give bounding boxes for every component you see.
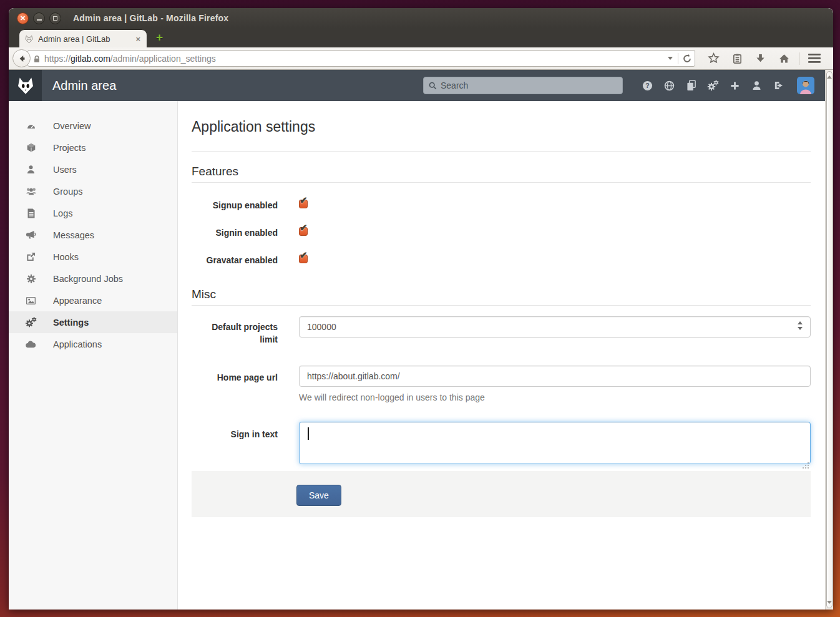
scroll-up-icon[interactable] [827,75,832,79]
sidebar-item-projects[interactable]: Projects [9,137,177,158]
tab-strip: Admin area | GitLab × + [9,28,833,47]
sidebar-item-background-jobs[interactable]: Background Jobs [9,268,177,289]
sidebar-item-label: Appearance [53,296,102,306]
section-title-misc: Misc [192,288,811,306]
form-row-gravatar-enabled: Gravatar enabled ✔ [192,254,811,281]
window-close-button[interactable]: ✕ [17,12,29,24]
back-arrow-icon [17,54,27,64]
avatar[interactable] [797,77,814,94]
toolbar-icons [701,52,827,65]
cogs-icon [9,317,53,328]
sidebar-item-logs[interactable]: Logs [9,202,177,224]
url-text[interactable]: https://gitlab.com/admin/application_set… [44,54,663,64]
dashboard-icon [9,121,53,131]
field-label: Home page url [192,366,278,402]
home-icon[interactable] [772,53,796,64]
gravatar-enabled-checkbox[interactable]: ✔ [299,255,308,263]
sign-in-text-textarea[interactable] [299,422,811,464]
divider [678,53,678,64]
browser-tab[interactable]: Admin area | GitLab × [19,29,147,47]
gitlab-logo-icon[interactable] [9,70,42,101]
field-label: Signup enabled [192,199,278,226]
window-minimize-button[interactable] [33,12,45,24]
sidebar-item-label: Logs [53,208,72,218]
firefox-window: ✕ Admin area | GitLab - Mozilla Firefox … [9,8,833,610]
sidebar-item-settings[interactable]: Settings [9,311,177,333]
scroll-down-icon[interactable] [827,601,832,604]
url-domain: gitlab.com [71,54,110,64]
text-cursor [308,427,309,440]
minimize-icon [37,19,42,21]
image-icon [9,296,53,305]
sidebar-item-messages[interactable]: Messages [9,224,177,246]
form-row-sign-in-text: Sign in text [192,422,811,467]
back-button[interactable] [12,49,31,67]
copy-snippets-icon[interactable] [680,80,702,91]
check-icon: ✔ [300,222,308,233]
sidebar-item-label: Users [53,165,77,175]
tab-title: Admin area | GitLab [38,34,134,44]
check-icon: ✔ [300,250,308,261]
divider [192,151,811,152]
window-title: Admin area | GitLab - Mozilla Firefox [73,13,228,23]
window-maximize-button[interactable] [49,12,61,24]
textarea-resize-grip[interactable] [808,462,809,464]
sidebar-item-overview[interactable]: Overview [9,115,177,137]
url-dropdown-caret-icon[interactable] [668,57,673,60]
url-scheme: https:// [44,54,71,64]
group-icon [9,187,53,196]
spinner-down-icon[interactable] [798,327,803,330]
bookmark-star-icon[interactable] [701,52,726,64]
signin-enabled-checkbox[interactable]: ✔ [299,227,308,236]
admin-sidebar: Overview Projects Users Groups Logs [9,101,178,610]
gitlab-header: Admin area ? [9,70,825,101]
signup-enabled-checkbox[interactable]: ✔ [299,200,308,208]
menu-hamburger-icon[interactable] [802,54,827,63]
bookmarks-menu-icon[interactable] [726,53,749,64]
spinner-up-icon[interactable] [798,321,803,324]
maximize-icon [53,16,57,21]
search-input[interactable] [441,80,617,90]
sidebar-item-label: Messages [53,230,94,240]
sidebar-item-label: Applications [53,339,102,349]
search-box[interactable] [423,77,623,94]
sidebar-item-applications[interactable]: Applications [9,333,177,355]
form-row-default-projects-limit: Default projects limit [192,316,811,346]
profile-user-icon[interactable] [746,80,768,90]
downloads-icon[interactable] [749,53,772,64]
page-context-title: Admin area [52,79,116,93]
reload-icon[interactable] [682,54,692,64]
section-title-features: Features [192,165,811,183]
sidebar-item-groups[interactable]: Groups [9,180,177,202]
sidebar-item-label: Overview [53,121,90,131]
main-content: Application settings Features Signup ena… [178,119,825,517]
sidebar-item-label: Background Jobs [53,274,123,284]
new-project-plus-icon[interactable] [724,81,746,90]
navigation-toolbar: https://gitlab.com/admin/application_set… [9,47,833,70]
window-titlebar[interactable]: ✕ Admin area | GitLab - Mozilla Firefox [9,8,833,28]
help-icon[interactable]: ? [637,80,658,91]
sidebar-item-users[interactable]: Users [9,158,177,180]
default-projects-limit-input[interactable] [299,316,811,338]
url-bar[interactable]: https://gitlab.com/admin/application_set… [27,50,695,67]
field-label: Gravatar enabled [192,254,278,281]
page-title: Application settings [192,119,811,135]
sidebar-item-label: Settings [53,318,89,328]
new-tab-button[interactable]: + [156,31,163,44]
bullhorn-icon [9,230,53,240]
number-spinner[interactable] [798,321,804,330]
sign-out-icon[interactable] [768,80,789,90]
save-button[interactable]: Save [296,485,341,506]
sidebar-item-appearance[interactable]: Appearance [9,289,177,311]
globe-icon[interactable] [658,80,680,91]
browser-viewport: Admin area ? [9,70,833,610]
home-page-url-input[interactable] [299,366,811,387]
sidebar-item-label: Projects [53,143,85,153]
admin-gears-icon[interactable] [702,80,724,91]
cloud-icon [9,341,53,348]
search-icon [429,82,437,90]
tab-close-icon[interactable]: × [134,34,142,44]
vertical-scrollbar[interactable] [825,70,833,610]
sidebar-item-hooks[interactable]: Hooks [9,246,177,268]
scrollbar-thumb[interactable] [826,71,833,608]
